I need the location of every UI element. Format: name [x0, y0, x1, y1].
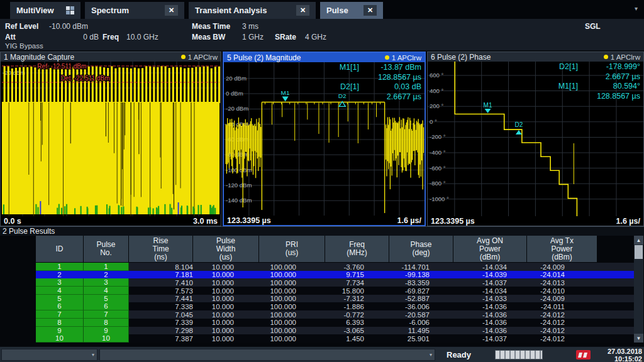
cell: 1 — [84, 263, 129, 271]
freq-value[interactable]: 10.0 GHz — [126, 33, 158, 41]
meas-bw-value[interactable]: 1 GHz — [242, 33, 264, 41]
status-dropdown-message[interactable]: ▾ — [99, 349, 435, 361]
table-row-9[interactable]: 997.29810.000100.000-3.06511.495-14.036-… — [0, 327, 634, 335]
cell: -14.034 — [453, 263, 527, 271]
column-header-pri: PRI(us) — [259, 236, 325, 262]
close-icon[interactable]: ✕ — [165, 5, 178, 16]
marker-name — [558, 92, 578, 102]
cell: 7.387 — [129, 334, 193, 343]
cell: 100.000 — [259, 310, 325, 319]
scrollbar-thumb[interactable] — [635, 245, 643, 259]
window-title-bar[interactable]: 6 Pulse (2) Phase 1 APClrw — [428, 52, 643, 62]
tab-label: Transient Analysis — [195, 6, 267, 15]
svg-text:200 °: 200 ° — [430, 102, 444, 109]
x-axis-end: 3.0 ms — [193, 217, 218, 226]
cell: -14.034 — [453, 287, 527, 295]
scroll-up-icon[interactable]: ▲ — [634, 236, 643, 244]
pulse-magnitude-plot-area[interactable]: 20 dBm0 dBm-20 dBm-40 dBm-60 dBm-80 dBm-… — [224, 62, 425, 216]
datetime-display: 27.03.2018 10:15:02 — [608, 348, 642, 362]
tab-transient-analysis[interactable]: Transient Analysis✕ — [189, 2, 316, 19]
ref-level-value[interactable]: -10.00 dBm — [49, 22, 88, 31]
cell: 3 — [84, 278, 129, 287]
window-title: 1 Magnitude Capture — [4, 53, 74, 62]
cell: 7 — [84, 310, 129, 319]
trace-dot-icon — [604, 55, 608, 59]
marker-name: M1[1] — [340, 63, 359, 73]
marker-value: 2.6677 µs — [378, 92, 421, 102]
magnitude-capture-plot[interactable]: -20 dBmRef. -12.511 dBmDet. -22.511 dBm — [1, 62, 221, 216]
cell: -24.010 — [527, 287, 597, 295]
multiview-grid-icon — [66, 6, 74, 14]
cell: 10.000 — [193, 295, 259, 303]
table-row-6[interactable]: 667.33810.000100.000-1.886-36.006-14.036… — [0, 302, 634, 310]
cell: 100.000 — [259, 302, 325, 310]
table-row-7[interactable]: 777.04510.000100.000-0.772-20.587-14.036… — [0, 310, 634, 319]
att-value[interactable]: 0 dB — [83, 33, 99, 41]
cell: 2 — [84, 271, 129, 279]
window-pulse-magnitude[interactable]: 5 Pulse (2) Magnitude 1 APClrw 20 dBm0 d… — [223, 52, 426, 226]
cell: 1.450 — [325, 334, 389, 343]
cell: -24.011 — [527, 302, 597, 310]
marker-name: M1[1] — [558, 82, 578, 92]
svg-text:-600 °: -600 ° — [430, 165, 446, 172]
meas-time-value[interactable]: 3 ms — [242, 22, 258, 31]
cell: -24.009 — [527, 295, 597, 303]
marker-value: 128.8567 µs — [597, 92, 640, 102]
marker-value: 0.03 dB — [378, 82, 421, 92]
tab-multiview[interactable]: MultiView — [10, 2, 80, 19]
column-header-phase: Phase(deg) — [389, 236, 453, 262]
window-pulse-phase[interactable]: 6 Pulse (2) Phase 1 APClrw 600 °400 °200… — [427, 52, 644, 226]
table-row-10[interactable]: 10107.38710.000100.0001.45025.901-14.037… — [0, 334, 634, 343]
cell: 25.901 — [389, 334, 453, 343]
cell: 6 — [36, 302, 84, 310]
tab-label: Spectrum — [91, 6, 129, 15]
x-axis-start: 0.0 s — [4, 217, 21, 226]
table-row-4[interactable]: 447.57310.000100.00015.800-69.827-14.034… — [0, 287, 634, 295]
cell: 10.000 — [193, 302, 259, 310]
scroll-down-icon[interactable]: ▼ — [634, 334, 643, 343]
cell: 10.000 — [193, 278, 259, 287]
srate-value[interactable]: 4 GHz — [305, 33, 326, 41]
cell: -24.012 — [527, 327, 597, 335]
table-row-1[interactable]: 118.10410.000100.000-3.760-114.701-14.03… — [0, 263, 634, 271]
srate-label: SRate — [275, 33, 296, 41]
svg-text:600 °: 600 ° — [430, 72, 444, 79]
table-scrollbar[interactable]: ▲ ▼ — [634, 236, 643, 343]
table-row-3[interactable]: 337.41010.000100.0007.734-83.359-14.037-… — [0, 278, 634, 287]
marker-value: 80.594° — [597, 82, 640, 92]
tab-overflow-icon[interactable]: ▾ — [635, 5, 644, 14]
chevron-down-icon: ▾ — [430, 352, 432, 358]
table-row-2[interactable]: 227.18110.000100.0009.715-99.138-14.039-… — [0, 271, 634, 279]
pulse-phase-plot-area[interactable]: 600 °400 °200 °0 °-200 °-400 °-600 °-800… — [428, 62, 643, 216]
cell: 7.441 — [129, 295, 193, 303]
cell: -0.772 — [325, 310, 389, 319]
x-axis-footer: 123.3395 µs 1.6 µs/ — [428, 216, 643, 226]
cell: -24.009 — [527, 263, 597, 271]
status-dropdown-left[interactable]: ▾ — [1, 349, 97, 361]
table-row-8[interactable]: 887.33910.000100.0006.393-6.006-14.036-2… — [0, 319, 634, 327]
cell: -7.312 — [325, 295, 389, 303]
tab-spectrum[interactable]: Spectrum✕ — [85, 2, 184, 19]
window-magnitude-capture[interactable]: 1 Magnitude Capture 1 APClrw -20 dBmRef.… — [0, 52, 221, 226]
cell: 15.800 — [325, 287, 389, 295]
table-row-5[interactable]: 557.44110.000100.000-7.312-52.887-14.033… — [0, 295, 634, 303]
cell: 7 — [36, 310, 84, 319]
close-icon[interactable]: ✕ — [364, 5, 377, 16]
magnitude-capture-plot-area[interactable]: -20 dBmRef. -12.511 dBmDet. -22.511 dBm — [1, 62, 221, 216]
tab-pulse[interactable]: Pulse✕ — [320, 2, 383, 19]
cell: 10 — [36, 334, 84, 343]
close-icon[interactable]: ✕ — [296, 5, 309, 16]
cell: 8.104 — [129, 263, 193, 271]
window-title-bar[interactable]: 5 Pulse (2) Magnitude 1 APClrw — [224, 53, 425, 62]
cell: 6 — [84, 302, 129, 310]
svg-text:0 °: 0 ° — [430, 118, 437, 125]
cell: -14.036 — [453, 302, 527, 310]
window-title-bar[interactable]: 1 Magnitude Capture 1 APClrw — [1, 52, 221, 62]
svg-text:-400 °: -400 ° — [430, 149, 446, 156]
cell: -99.138 — [389, 271, 453, 279]
trace-badge: 1 APClrw — [385, 54, 421, 62]
marker-name — [340, 73, 359, 83]
svg-text:0 dBm: 0 dBm — [226, 90, 243, 97]
single-sweep-indicator: SGL — [585, 22, 601, 31]
cell: 7.734 — [325, 278, 389, 287]
